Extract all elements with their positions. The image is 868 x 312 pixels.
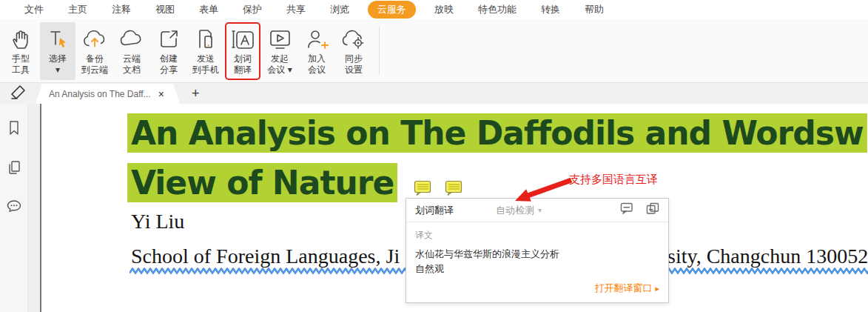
document-affiliation-right: sity, Changchun 130052 [667, 245, 868, 268]
word-translate-button[interactable]: 划词 翻译 [225, 22, 260, 80]
comments-icon[interactable] [6, 199, 22, 216]
cloud-document-label: 云端 文档 [123, 53, 141, 76]
text-select-icon [45, 26, 70, 53]
tab-title: An Analysis on The Daff... [49, 89, 151, 99]
menu-item-cloud-service[interactable]: 云服务 [368, 1, 416, 19]
chevron-down-icon: ▾ [538, 206, 542, 214]
translation-line: 自然观 [415, 262, 659, 276]
create-share-button[interactable]: 创建 分享 [151, 22, 186, 80]
document-title-line1: An Analysis on The Daffodils and Wordsw [127, 113, 867, 153]
menu-bar: 文件 主页 注释 视图 表单 保护 共享 浏览 云服务 放映 特色功能 转换 帮… [0, 0, 868, 19]
main-area: An Analysis on The Daffodils and Wordsw … [0, 104, 868, 312]
result-label: 译文 [415, 229, 659, 242]
translation-popup: 划词翻译 自动检测 ▾ 译文 水仙花与华兹华斯的浪漫主义分析 自然观 [406, 198, 669, 303]
left-sidebar [0, 104, 28, 312]
send-to-phone-button[interactable]: 发送 到手机 [188, 22, 223, 80]
document-tab[interactable]: An Analysis on The Daff... × [36, 84, 180, 104]
new-tab-button[interactable]: + [192, 83, 200, 104]
spellcheck-wavy-underline [129, 268, 408, 274]
feedback-icon[interactable] [620, 202, 634, 218]
start-meeting-icon [266, 26, 293, 53]
menu-item-file[interactable]: 文件 [24, 3, 44, 16]
sync-settings-button[interactable]: 同步 设置 [336, 22, 371, 80]
bookmark-icon[interactable] [7, 120, 21, 139]
hand-tool-button[interactable]: 手型 工具 [3, 22, 38, 80]
menu-item-home[interactable]: 主页 [68, 3, 87, 16]
open-translate-window-label: 打开翻译窗口 [594, 282, 652, 295]
backup-to-cloud-button[interactable]: 备份 到云端 [77, 22, 112, 80]
menu-item-protect[interactable]: 保护 [243, 3, 262, 16]
cloud-document-icon [118, 26, 146, 53]
menu-item-form[interactable]: 表单 [199, 3, 218, 16]
hand-tool-label: 手型 工具 [12, 53, 30, 76]
document-affiliation-left: School of Foreign Languages, Ji [131, 245, 400, 268]
menu-item-slideshow[interactable]: 放映 [434, 3, 454, 16]
create-share-icon [156, 26, 181, 53]
translation-popup-body: 译文 水仙花与华兹华斯的浪漫主义分析 自然观 [406, 222, 668, 276]
sticky-note-icon[interactable] [445, 180, 463, 199]
chevron-right-icon: ▸ [655, 284, 659, 293]
word-translate-label: 划词 翻译 [234, 53, 252, 76]
join-meeting-label: 加入 会议 [308, 53, 326, 76]
annotation-arrow-icon [512, 176, 579, 207]
menu-item-help[interactable]: 帮助 [585, 3, 604, 16]
copy-icon[interactable] [646, 202, 659, 218]
sync-settings-label: 同步 设置 [345, 53, 363, 76]
document-page: An Analysis on The Daffodils and Wordsw … [41, 104, 868, 312]
menu-item-share[interactable]: 共享 [286, 3, 306, 16]
annotation-notes [414, 180, 463, 199]
document-title-line2: View of Nature [127, 163, 397, 202]
cloud-upload-icon [81, 26, 109, 53]
translation-line: 水仙花与华兹华斯的浪漫主义分析 [415, 247, 659, 262]
menu-item-convert[interactable]: 转换 [541, 3, 560, 16]
close-tab-icon[interactable]: × [158, 89, 164, 99]
select-tool-label: 选择 ▾ [49, 53, 67, 76]
sticky-note-icon[interactable] [414, 180, 432, 199]
popup-title: 划词翻译 [415, 204, 454, 217]
annotation-callout-text: 支持多国语言互译 [569, 173, 658, 187]
menu-item-comment[interactable]: 注释 [112, 3, 131, 16]
toolbar: 手型 工具 选择 ▾ 备份 到云端 云端 文档 [0, 19, 868, 83]
join-meeting-button[interactable]: 加入 会议 [299, 22, 334, 80]
menu-item-browse[interactable]: 浏览 [330, 3, 349, 16]
toolbar-separator [379, 27, 380, 75]
start-meeting-button[interactable]: 发起 会议 ▾ [262, 22, 297, 80]
send-to-phone-icon [193, 26, 218, 53]
word-translate-icon [229, 26, 257, 53]
annotate-pen-button[interactable] [0, 83, 36, 104]
open-translate-window-link[interactable]: 打开翻译窗口 ▸ [594, 282, 659, 295]
scroll-gutter[interactable] [28, 104, 40, 312]
tab-bar: An Analysis on The Daff... × + [0, 83, 868, 104]
start-meeting-label: 发起 会议 ▾ [267, 53, 292, 76]
menu-item-view[interactable]: 视图 [155, 3, 175, 16]
pages-icon[interactable] [6, 159, 22, 179]
backup-to-cloud-label: 备份 到云端 [81, 53, 108, 76]
pen-icon [10, 84, 26, 103]
send-to-phone-label: 发送 到手机 [192, 53, 219, 76]
document-author: Yi Liu [131, 210, 184, 233]
sync-settings-icon [340, 26, 368, 53]
select-tool-button[interactable]: 选择 ▾ [40, 22, 75, 80]
join-meeting-icon [303, 26, 330, 53]
cloud-document-button[interactable]: 云端 文档 [114, 22, 149, 80]
menu-item-features[interactable]: 特色功能 [478, 3, 517, 16]
spellcheck-wavy-underline [666, 268, 868, 274]
hand-icon [8, 26, 33, 53]
create-share-label: 创建 分享 [160, 53, 178, 76]
